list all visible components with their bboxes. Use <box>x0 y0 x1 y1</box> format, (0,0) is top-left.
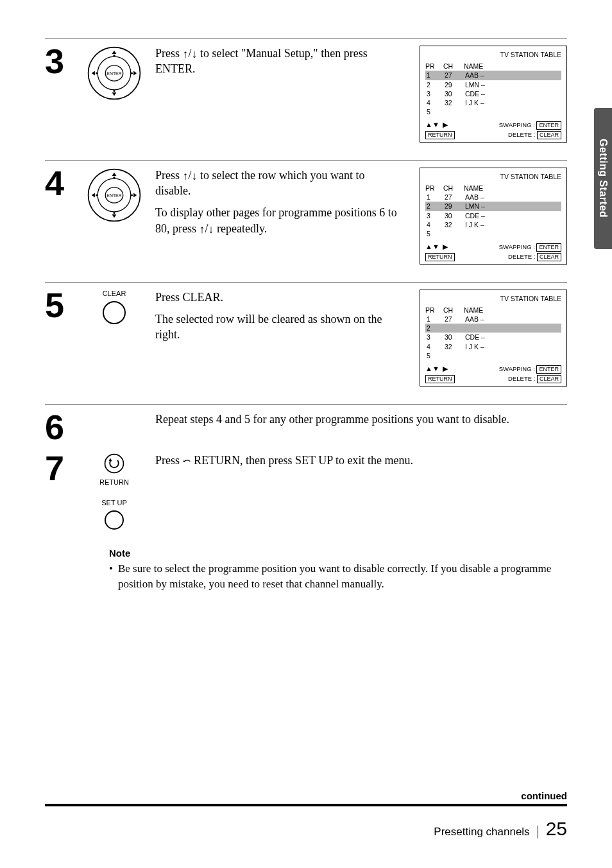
step-number: 3 <box>45 46 73 77</box>
instruction-text: The selected row will be cleared as show… <box>155 311 402 343</box>
svg-point-15 <box>131 194 133 196</box>
instruction-text: Press ⤺ RETURN, then press SET UP to exi… <box>155 453 567 468</box>
clear-key-icon: CLEAR <box>537 131 561 139</box>
osd-footer: ▲▼ ▶ RETURN SWAPPING : ENTER DELETE : CL… <box>425 242 561 261</box>
swapping-label: SWAPPING : <box>499 121 535 128</box>
arrows-updown-icon: ▲▼ <box>425 121 439 128</box>
arrow-right-icon: ▶ <box>443 121 448 128</box>
swapping-label: SWAPPING : <box>499 243 535 250</box>
return-setup-icons: RETURN SET UP <box>83 453 145 530</box>
return-key-icon: RETURN <box>425 253 455 261</box>
note-block: Note • Be sure to select the programme p… <box>45 548 567 592</box>
step-text: Press ↑/↓ to select "Manual Setup," then… <box>155 46 409 83</box>
page-footer: continued Presetting channels 25 <box>45 790 567 840</box>
osd-table: PR CH NAME 127AAB – 229LMN – 330CDE – 43… <box>425 62 561 116</box>
svg-point-14 <box>96 194 98 196</box>
col-pr: PR <box>425 62 443 71</box>
clear-key-icon: CLEAR <box>537 375 561 383</box>
return-key-icon: RETURN <box>425 375 455 383</box>
step-7: 7 RETURN SET UP Press ⤺ RETURN, then pre… <box>45 453 567 530</box>
osd-title: TV STATION TABLE <box>425 50 561 59</box>
enter-key-icon: ENTER <box>536 243 561 252</box>
delete-label: DELETE : <box>508 253 535 260</box>
osd-footer: ▲▼ ▶ RETURN SWAPPING : ENTER DELETE : CL… <box>425 120 561 139</box>
step-text: Repeat steps 4 and 5 for any other progr… <box>155 412 567 433</box>
instruction-text: Repeat steps 4 and 5 for any other progr… <box>155 412 567 427</box>
round-button-icon <box>103 301 126 324</box>
note-title: Note <box>109 548 567 559</box>
col-pr: PR <box>425 306 443 315</box>
svg-point-6 <box>96 72 98 74</box>
instruction-text: To display other pages for programme pos… <box>155 205 402 236</box>
step-5: 5 CLEAR Press CLEAR. The selected row wi… <box>45 282 567 386</box>
step-text: Press ⤺ RETURN, then press SET UP to exi… <box>155 453 567 474</box>
clear-button-icon: CLEAR <box>83 290 145 324</box>
instruction-text: Press ↑/↓ to select the row which you wa… <box>155 168 402 199</box>
clear-label: CLEAR <box>103 290 126 297</box>
setup-label: SET UP <box>101 499 127 507</box>
col-pr: PR <box>425 184 443 193</box>
osd-footer: ▲▼ ▶ RETURN SWAPPING : ENTER DELETE : CL… <box>425 364 561 383</box>
col-ch: CH <box>443 184 464 193</box>
step-3: 3 ENTER Press ↑/↓ to select "Manual Setu… <box>45 39 567 143</box>
arrows-updown-icon: ▲▼ <box>425 365 439 372</box>
osd-screen-5: TV STATION TABLE PR CH NAME 127AAB – 2 3… <box>420 290 567 386</box>
arrows-updown-icon: ▲▼ <box>425 243 439 250</box>
round-button-icon <box>105 510 124 530</box>
svg-point-12 <box>113 177 115 178</box>
section-tab: Getting Started <box>594 108 612 249</box>
osd-table: PR CH NAME 127AAB – 229LMN – 330CDE – 43… <box>425 184 561 238</box>
osd-table: PR CH NAME 127AAB – 2 330CDE – 432I J K … <box>425 306 561 360</box>
col-ch: CH <box>443 62 464 71</box>
instruction-text: Press CLEAR. <box>155 290 402 305</box>
step-number: 7 <box>45 453 73 484</box>
svg-point-5 <box>113 90 115 92</box>
osd-title: TV STATION TABLE <box>425 294 561 303</box>
instruction-text: Press ↑/↓ to select "Manual Setup," then… <box>155 46 402 77</box>
note-bullet: • Be sure to select the programme positi… <box>109 561 567 592</box>
step-text: Press CLEAR. The selected row will be cl… <box>155 290 409 349</box>
bullet-icon: • <box>109 561 113 592</box>
return-key-icon: RETURN <box>425 131 455 139</box>
col-name: NAME <box>464 62 561 71</box>
footer-section-label: Presetting channels <box>434 826 538 838</box>
delete-label: DELETE : <box>508 131 535 138</box>
arrow-right-icon: ▶ <box>443 243 448 250</box>
step-number: 6 <box>45 412 73 443</box>
dpad-icon: ENTER <box>83 168 145 223</box>
swapping-label: SWAPPING : <box>499 365 535 372</box>
col-ch: CH <box>443 306 464 315</box>
step-number: 4 <box>45 168 73 199</box>
arrow-right-icon: ▶ <box>443 365 448 372</box>
dpad-icon: ENTER <box>83 46 145 101</box>
note-text: Be sure to select the programme position… <box>118 561 567 592</box>
svg-text:ENTER: ENTER <box>106 71 121 76</box>
col-name: NAME <box>464 306 561 315</box>
step-text: Press ↑/↓ to select the row which you wa… <box>155 168 409 243</box>
osd-title: TV STATION TABLE <box>425 172 561 181</box>
page-number: 25 <box>546 818 567 840</box>
svg-point-13 <box>113 212 115 214</box>
svg-point-4 <box>113 55 115 56</box>
enter-key-icon: ENTER <box>536 365 561 374</box>
osd-screen-4: TV STATION TABLE PR CH NAME 127AAB – 229… <box>420 168 567 265</box>
step-4: 4 ENTER Press ↑/↓ to select the row whic… <box>45 161 567 265</box>
col-name: NAME <box>464 184 561 193</box>
return-button-icon <box>103 453 125 474</box>
delete-label: DELETE : <box>508 375 535 382</box>
svg-point-7 <box>131 72 133 74</box>
enter-key-icon: ENTER <box>536 121 561 130</box>
svg-text:ENTER: ENTER <box>106 193 121 197</box>
clear-key-icon: CLEAR <box>537 253 561 261</box>
svg-point-16 <box>105 455 124 473</box>
manual-page: Getting Started 3 ENTER Press ↑/↓ to sel… <box>0 0 612 868</box>
step-number: 5 <box>45 290 73 321</box>
return-label: RETURN <box>99 478 129 486</box>
step-6: 6 Repeat steps 4 and 5 for any other pro… <box>45 404 567 443</box>
osd-screen-3: TV STATION TABLE PR CH NAME 127AAB – 229… <box>420 46 567 143</box>
continued-label: continued <box>45 790 567 806</box>
